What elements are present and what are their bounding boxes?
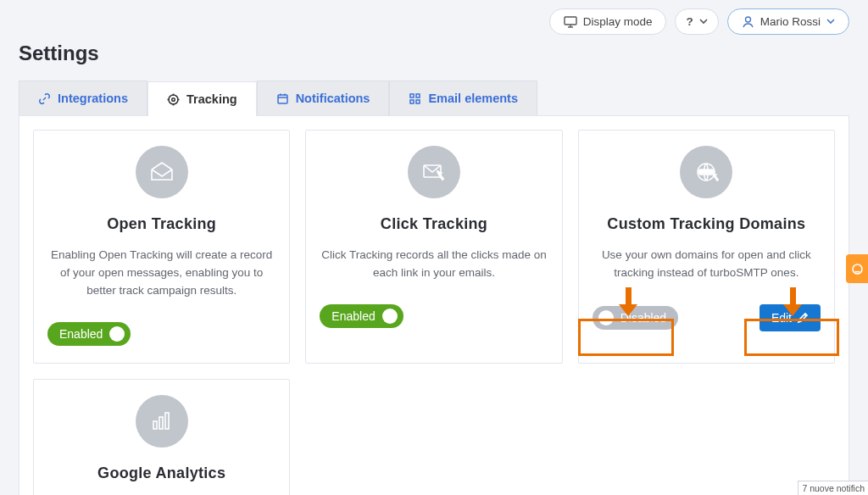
display-mode-label: Display mode bbox=[583, 15, 653, 28]
target-icon bbox=[167, 93, 180, 106]
click-tracking-icon bbox=[408, 146, 460, 198]
chevron-down-icon bbox=[699, 19, 708, 25]
card-desc: Use your own domains for open and click … bbox=[593, 247, 821, 282]
toggle-knob-icon bbox=[598, 310, 614, 325]
custom-domains-icon: WWW bbox=[680, 146, 732, 198]
tab-label: Tracking bbox=[186, 92, 237, 106]
click-tracking-toggle[interactable]: Enabled bbox=[320, 304, 403, 328]
calendar-icon bbox=[276, 92, 289, 105]
user-menu-button[interactable]: Mario Rossi bbox=[727, 8, 849, 35]
svg-rect-0 bbox=[565, 17, 576, 25]
svg-rect-17 bbox=[416, 100, 420, 103]
feedback-tab[interactable] bbox=[846, 254, 868, 283]
page-title: Settings bbox=[0, 35, 868, 81]
card-title: Custom Tracking Domains bbox=[607, 215, 805, 233]
toggle-label: Disabled bbox=[620, 311, 666, 325]
cards-row-2: Google Analytics Google Analytics tracks… bbox=[33, 379, 835, 495]
svg-rect-15 bbox=[416, 94, 420, 97]
edit-custom-domains-button[interactable]: Edit bbox=[760, 304, 821, 331]
user-name-label: Mario Rossi bbox=[760, 15, 821, 28]
toggle-label: Enabled bbox=[59, 327, 103, 341]
tab-integrations[interactable]: Integrations bbox=[19, 81, 147, 115]
chevron-down-icon bbox=[826, 19, 835, 25]
custom-domains-toggle[interactable]: Disabled bbox=[593, 306, 678, 330]
tabs-bar: Integrations Tracking Notifications Emai… bbox=[0, 81, 868, 115]
open-tracking-toggle[interactable]: Enabled bbox=[47, 322, 131, 346]
svg-point-5 bbox=[172, 97, 175, 101]
top-bar: Display mode ? Mario Rossi bbox=[0, 0, 868, 35]
display-mode-button[interactable]: Display mode bbox=[549, 8, 667, 35]
monitor-icon bbox=[564, 16, 577, 28]
link-icon bbox=[38, 92, 51, 105]
edit-label: Edit bbox=[771, 311, 792, 325]
cards-row: Open Tracking Enabling Open Tracking wil… bbox=[33, 130, 835, 364]
card-desc: Enabling Open Tracking will create a rec… bbox=[47, 247, 275, 300]
svg-rect-16 bbox=[410, 100, 414, 103]
svg-rect-14 bbox=[410, 94, 414, 97]
user-icon bbox=[742, 15, 754, 28]
card-desc: Click Tracking records all the clicks ma… bbox=[320, 247, 548, 282]
card-title: Google Analytics bbox=[97, 464, 225, 482]
card-custom-tracking-domains: WWW Custom Tracking Domains Use your own… bbox=[578, 130, 835, 364]
card-click-tracking: Click Tracking Click Tracking records al… bbox=[305, 130, 562, 364]
svg-point-3 bbox=[745, 17, 750, 22]
svg-text:WWW: WWW bbox=[700, 170, 714, 175]
toggle-label: Enabled bbox=[331, 309, 375, 323]
notification-chip[interactable]: 7 nuove notifich bbox=[798, 481, 868, 495]
svg-rect-10 bbox=[278, 95, 287, 103]
question-icon: ? bbox=[686, 15, 693, 28]
google-analytics-icon bbox=[136, 395, 188, 448]
chat-icon bbox=[851, 263, 864, 275]
toggle-knob-icon bbox=[109, 326, 125, 342]
open-tracking-icon bbox=[136, 146, 188, 198]
svg-rect-23 bbox=[159, 417, 163, 429]
tab-tracking[interactable]: Tracking bbox=[147, 81, 257, 116]
svg-point-4 bbox=[169, 95, 178, 104]
card-google-analytics: Google Analytics Google Analytics tracks… bbox=[33, 379, 290, 495]
pencil-icon bbox=[797, 312, 809, 324]
tab-label: Email elements bbox=[428, 92, 518, 105]
card-open-tracking: Open Tracking Enabling Open Tracking wil… bbox=[33, 130, 290, 364]
card-title: Click Tracking bbox=[381, 215, 487, 233]
tab-label: Integrations bbox=[58, 92, 128, 105]
svg-rect-24 bbox=[165, 413, 169, 429]
svg-rect-22 bbox=[153, 421, 157, 429]
tracking-panel: Open Tracking Enabling Open Tracking wil… bbox=[19, 115, 849, 495]
help-button[interactable]: ? bbox=[675, 8, 718, 35]
toggle-knob-icon bbox=[382, 309, 398, 324]
tab-notifications[interactable]: Notifications bbox=[257, 81, 390, 115]
grid-icon bbox=[409, 92, 421, 105]
tab-label: Notifications bbox=[296, 92, 370, 105]
card-title: Open Tracking bbox=[107, 215, 216, 233]
tab-email-elements[interactable]: Email elements bbox=[389, 81, 537, 115]
